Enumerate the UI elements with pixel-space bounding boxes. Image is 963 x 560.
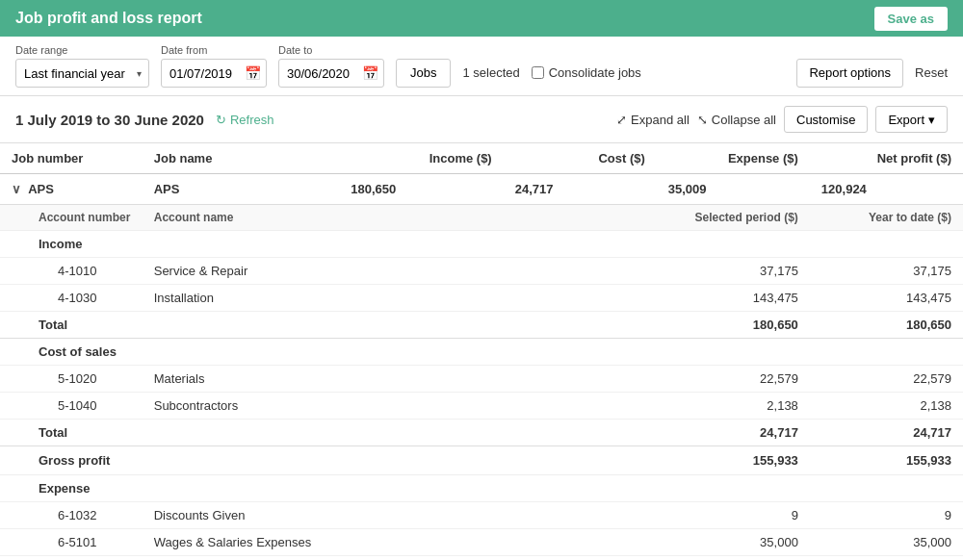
chevron-down-icon[interactable]: ∨ [12,182,21,196]
export-label: Export [888,113,924,127]
acct-name: Wages & Salaries Expenses [143,529,340,556]
consolidate-group: Consolidate jobs [532,65,641,80]
col-header-job-number: Job number [0,143,143,174]
total-ytd: 24,717 [810,420,963,446]
category-label: Cost of sales [0,339,143,366]
selected-period: 143,475 [657,285,810,312]
category-label: Income [0,231,143,258]
expand-label: Expand all [631,113,690,127]
expand-all-button[interactable]: ⤢ Expand all [616,113,690,127]
selected-period: 35,000 [657,529,810,556]
col-header-cost: Cost ($) [504,143,657,174]
category-label: Expense [0,475,143,502]
year-to-date: 9 [810,502,963,529]
gross-profit-ytd: 155,933 [810,446,963,475]
acct-name: Installation [143,285,340,312]
selected-period: 22,579 [657,366,810,393]
acct-num: 5-1040 [0,393,143,420]
date-range-heading: 1 July 2019 to 30 June 2020 [15,112,204,128]
table-row: 4-1030 Installation 143,475 143,475 [0,285,963,312]
acct-num: 4-1030 [0,285,143,312]
table-row: 4-1010 Service & Repair 37,175 37,175 [0,258,963,285]
date-to-input-wrapper: 📅 [278,59,384,88]
gross-profit-row: Gross profit 155,933 155,933 [0,446,963,475]
chevron-down-icon: ▾ [928,113,935,127]
customise-button[interactable]: Customise [784,106,868,133]
year-to-date: 143,475 [810,285,963,312]
group-header-row: ∨ APS APS 180,650 24,717 35,009 120,924 [0,174,963,205]
date-from-input-wrapper: 📅 [161,59,267,88]
group-income: 180,650 [339,174,503,205]
collapse-icon: ⤡ [697,113,708,127]
save-as-button[interactable]: Save as [874,7,948,31]
date-to-input[interactable] [278,59,384,88]
export-button[interactable]: Export ▾ [875,106,948,133]
selected-period: 9 [657,502,810,529]
col-header-job-name: Job name [143,143,340,174]
date-to-group: Date to 📅 [278,44,384,88]
table-row: 6-1032 Discounts Given 9 9 [0,502,963,529]
collapse-label: Collapse all [712,113,776,127]
top-bar: Job profit and loss report Save as [0,0,963,37]
consolidate-checkbox[interactable] [532,66,544,79]
total-selected: 180,650 [657,312,810,339]
reset-button[interactable]: Reset [915,65,948,80]
total-ytd: 180,650 [810,312,963,339]
acct-name: Discounts Given [143,502,340,529]
report-table: Job number Job name Income ($) Cost ($) … [0,143,963,560]
group-cost: 24,717 [504,174,657,205]
total-label: Total [0,556,143,561]
total-row: Total 24,717 24,717 [0,420,963,446]
page-title: Job profit and loss report [15,10,202,27]
acct-num: 6-1032 [0,502,143,529]
heading-right: ⤢ Expand all ⤡ Collapse all Customise Ex… [616,106,948,133]
acct-num: 4-1010 [0,258,143,285]
year-to-date: 35,000 [810,529,963,556]
date-range-label: Date range [15,44,149,56]
group-job-name: APS [143,174,340,205]
selected-period: 37,175 [657,258,810,285]
total-label: Total [0,312,143,339]
acct-num: 6-5101 [0,529,143,556]
table-row: 5-1020 Materials 22,579 22,579 [0,366,963,393]
gross-profit-selected: 155,933 [657,446,810,475]
sub-col-spacer [339,205,657,231]
total-selected: 35,009 [657,556,810,561]
sub-col-selected: Selected period ($) [657,205,810,231]
date-range-select[interactable]: Last financial year [15,59,149,88]
total-row: Total 35,009 35,009 [0,556,963,561]
collapse-all-button[interactable]: ⤡ Collapse all [697,113,776,127]
refresh-button[interactable]: ↻ Refresh [216,113,274,127]
gross-profit-label: Gross profit [0,446,143,475]
group-name: ∨ APS [0,174,143,205]
date-from-group: Date from 📅 [161,44,267,88]
consolidate-label[interactable]: Consolidate jobs [549,65,641,80]
sub-col-ytd: Year to date ($) [810,205,963,231]
category-row: Income [0,231,963,258]
col-header-net-profit: Net profit ($) [810,143,963,174]
col-header-expense: Expense ($) [657,143,810,174]
category-row: Expense [0,475,963,502]
year-to-date: 37,175 [810,258,963,285]
col-header-income: Income ($) [339,143,503,174]
filters-bar: Date range Last financial year ▾ Date fr… [0,37,963,96]
group-net-profit: 120,924 [810,174,963,205]
group-expense: 35,009 [657,174,810,205]
jobs-button[interactable]: Jobs [396,59,451,88]
table-container: Job number Job name Income ($) Cost ($) … [0,143,963,560]
category-row: Cost of sales [0,339,963,366]
date-from-input[interactable] [161,59,267,88]
sub-header-row: Account number Account name Selected per… [0,205,963,231]
refresh-label: Refresh [230,113,274,127]
acct-num: 5-1020 [0,366,143,393]
total-label: Total [0,420,143,446]
total-row: Total 180,650 180,650 [0,312,963,339]
table-row: 6-5101 Wages & Salaries Expenses 35,000 … [0,529,963,556]
refresh-icon: ↻ [216,113,226,127]
date-range-select-wrapper: Last financial year ▾ [15,59,149,88]
acct-name: Subcontractors [143,393,340,420]
acct-name: Materials [143,366,340,393]
total-ytd: 35,009 [810,556,963,561]
expand-icon: ⤢ [616,113,627,127]
report-options-button[interactable]: Report options [796,59,903,88]
